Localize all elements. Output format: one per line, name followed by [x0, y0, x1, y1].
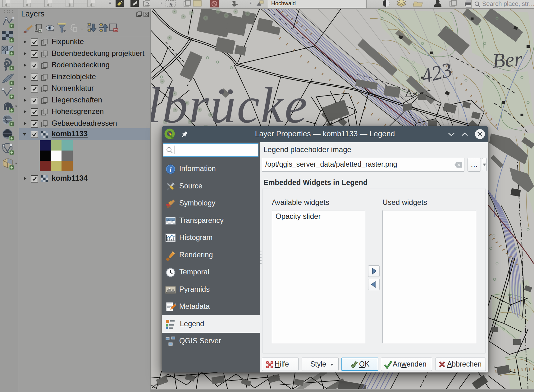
svg-text:Ber: Ber	[492, 47, 523, 72]
svg-text:lbrücke: lbrücke	[151, 77, 308, 133]
svg-text:i: i	[170, 165, 172, 173]
